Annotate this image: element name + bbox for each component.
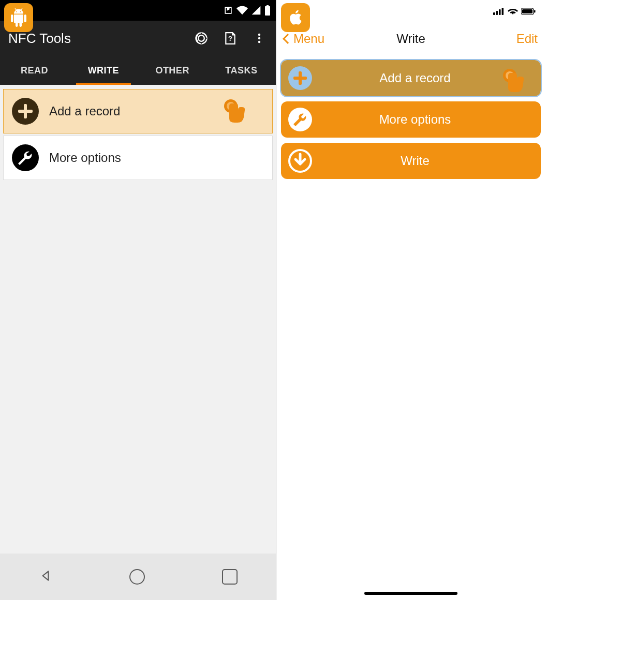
svg-rect-16 [499,9,501,15]
android-platform-badge [4,3,33,32]
svg-point-2 [196,33,207,44]
cell-signal-icon [251,5,261,16]
android-status-bar [0,0,276,21]
help-file-icon: ? [224,32,237,45]
more-options-label: More options [297,112,534,127]
ios-nav-header: Menu Write Edit [277,23,545,55]
ios-platform-badge [281,3,310,32]
tab-write[interactable]: WRITE [69,56,138,85]
ios-home-indicator[interactable] [364,592,457,595]
android-content: Add a record More options [0,85,276,554]
write-label: Write [297,154,534,168]
nav-title: Write [368,32,453,46]
svg-point-3 [198,35,204,41]
app-title: NFC Tools [8,31,181,47]
triangle-back-icon [39,569,52,583]
svg-rect-19 [522,9,533,13]
target-icon-button[interactable] [193,30,210,47]
tab-other[interactable]: OTHER [138,56,207,85]
svg-point-6 [258,37,260,39]
plus-circle-icon [12,98,39,125]
nav-edit-button[interactable]: Edit [453,32,538,46]
add-record-button[interactable]: Add a record [281,60,541,96]
add-record-item[interactable]: Add a record [3,89,273,133]
add-record-label: Add a record [49,104,120,118]
nav-back-label: Menu [293,32,324,46]
android-app-bar: NFC Tools ? [0,21,276,56]
svg-rect-15 [496,11,498,15]
help-icon-button[interactable]: ? [222,30,239,47]
wrench-circle-icon [12,144,39,171]
battery-icon [521,8,536,15]
ios-status-bar [277,0,545,23]
svg-rect-14 [493,12,495,15]
svg-point-12 [227,102,235,110]
more-options-button[interactable]: More options [281,101,541,138]
svg-text:?: ? [228,35,232,42]
nav-recent-button[interactable] [222,569,238,585]
nav-back-button[interactable]: Menu [284,32,368,46]
svg-rect-10 [18,110,33,113]
svg-rect-20 [534,10,536,13]
apple-icon [287,9,304,26]
nfc-status-icon [223,5,233,16]
battery-status-icon [264,5,271,16]
svg-rect-0 [265,6,270,16]
svg-rect-17 [502,8,504,15]
android-tabs: READ WRITE OTHER TASKS [0,56,276,85]
tab-read[interactable]: READ [0,56,69,85]
more-options-label: More options [49,151,121,165]
svg-point-7 [258,41,260,43]
target-icon [194,31,209,46]
kebab-icon [253,32,265,44]
android-icon [9,8,28,27]
more-options-item[interactable]: More options [3,136,273,180]
wifi-icon [508,8,518,15]
android-nav-bar [0,554,276,600]
add-record-label: Add a record [297,71,534,85]
cell-signal-icon [493,8,505,15]
svg-rect-1 [267,5,269,7]
more-menu-button[interactable] [251,30,268,47]
nav-back-button[interactable] [39,569,52,585]
svg-point-11 [224,99,238,113]
tab-tasks[interactable]: TASKS [207,56,276,85]
ios-content: Add a record More options [277,55,545,184]
android-screen: NFC Tools ? READ WRITE OTHER TASKS [0,0,276,600]
touch-pointer-icon [220,99,246,130]
nav-home-button[interactable] [129,569,145,585]
chevron-left-icon [283,34,293,44]
svg-point-5 [258,34,260,36]
wifi-status-icon [236,5,248,16]
write-button[interactable]: Write [281,143,541,179]
ios-screen: Menu Write Edit Add a record More option… [277,0,545,600]
